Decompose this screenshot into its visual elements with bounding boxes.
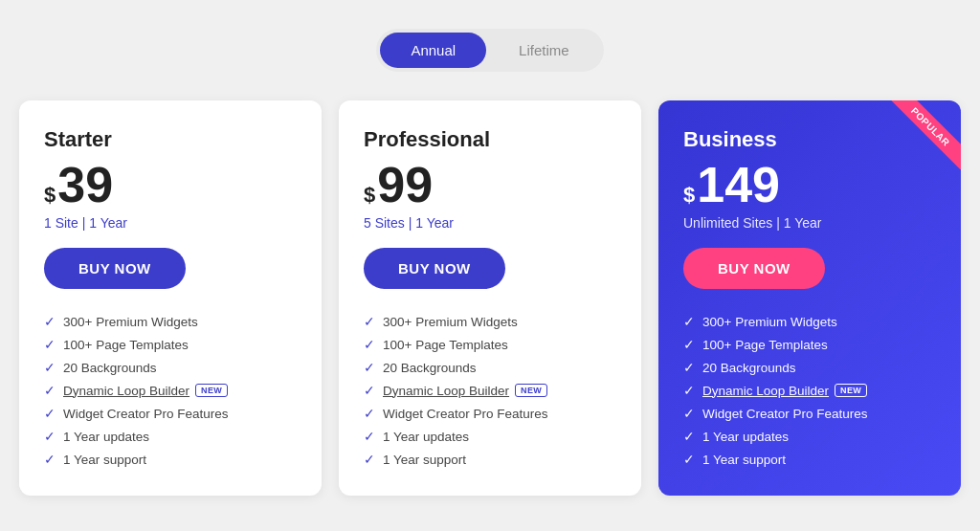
feature-item: ✓ Dynamic Loop Builder NEW (44, 379, 297, 402)
check-icon: ✓ (364, 337, 375, 352)
feature-text: 20 Backgrounds (383, 361, 477, 375)
feature-item: ✓300+ Premium Widgets (683, 310, 936, 333)
new-badge: NEW (195, 384, 228, 397)
feature-text: 100+ Page Templates (383, 338, 508, 352)
feature-text: 20 Backgrounds (63, 361, 157, 375)
price-amount-business: 149 (697, 160, 780, 210)
feature-text: 300+ Premium Widgets (383, 315, 518, 329)
feature-list-business: ✓300+ Premium Widgets ✓100+ Page Templat… (683, 310, 936, 471)
buy-button-professional[interactable]: BUY NOW (364, 248, 505, 289)
feature-link[interactable]: Dynamic Loop Builder (63, 384, 189, 398)
check-icon: ✓ (364, 360, 375, 375)
check-icon: ✓ (44, 429, 56, 444)
feature-text: Widget Creator Pro Features (63, 407, 229, 421)
check-icon: ✓ (44, 337, 56, 352)
feature-item: ✓1 Year updates (364, 425, 616, 448)
pricing-cards: Starter $ 39 1 Site | 1 YearBUY NOW ✓300… (19, 100, 961, 496)
feature-item: ✓1 Year support (44, 448, 297, 471)
feature-list-starter: ✓300+ Premium Widgets ✓100+ Page Templat… (44, 310, 297, 471)
price-amount-professional: 99 (377, 160, 433, 210)
feature-with-badge: Dynamic Loop Builder NEW (702, 384, 867, 398)
feature-item: ✓20 Backgrounds (364, 356, 616, 379)
feature-item: ✓Widget Creator Pro Features (683, 402, 936, 425)
check-icon: ✓ (44, 360, 56, 375)
feature-text: 1 Year updates (702, 430, 789, 444)
price-symbol-starter: $ (44, 183, 56, 208)
check-icon: ✓ (364, 429, 375, 444)
price-amount-starter: 39 (57, 160, 113, 210)
plan-card-starter: Starter $ 39 1 Site | 1 YearBUY NOW ✓300… (19, 100, 322, 496)
price-symbol-professional: $ (364, 183, 375, 208)
feature-text: 100+ Page Templates (702, 338, 828, 352)
check-icon: ✓ (683, 406, 695, 421)
plan-name-starter: Starter (44, 127, 297, 152)
plan-name-business: Business (683, 127, 936, 152)
feature-text: 1 Year updates (63, 430, 149, 444)
feature-item: ✓1 Year support (364, 448, 616, 471)
price-row-starter: $ 39 (44, 160, 297, 210)
feature-link[interactable]: Dynamic Loop Builder (702, 384, 829, 398)
feature-text: 1 Year updates (383, 430, 469, 444)
feature-item: ✓100+ Page Templates (683, 333, 936, 356)
feature-item: ✓Widget Creator Pro Features (364, 402, 616, 425)
feature-text: 100+ Page Templates (63, 338, 189, 352)
feature-item: ✓1 Year updates (683, 425, 936, 448)
buy-button-business[interactable]: BUY NOW (683, 248, 825, 289)
site-year-business: Unlimited Sites | 1 Year (683, 215, 936, 231)
feature-with-badge: Dynamic Loop Builder NEW (63, 384, 228, 398)
price-symbol-business: $ (683, 183, 695, 208)
new-badge: NEW (835, 384, 867, 397)
check-icon: ✓ (364, 406, 375, 421)
feature-item: ✓1 Year updates (44, 425, 297, 448)
lifetime-toggle-btn[interactable]: Lifetime (488, 33, 600, 68)
feature-item: ✓300+ Premium Widgets (44, 310, 297, 333)
plan-card-business: POPULARBusiness $ 149 Unlimited Sites | … (658, 100, 961, 496)
feature-with-badge: Dynamic Loop Builder NEW (383, 384, 547, 398)
site-year-professional: 5 Sites | 1 Year (364, 215, 616, 231)
feature-text: Widget Creator Pro Features (702, 407, 868, 421)
check-icon: ✓ (683, 337, 695, 352)
buy-button-starter[interactable]: BUY NOW (44, 248, 186, 289)
check-icon: ✓ (683, 360, 695, 375)
feature-text: 300+ Premium Widgets (63, 315, 198, 329)
billing-toggle: Annual Lifetime (376, 29, 603, 72)
annual-toggle-btn[interactable]: Annual (380, 33, 486, 68)
price-row-business: $ 149 (683, 160, 936, 210)
plan-card-professional: Professional $ 99 5 Sites | 1 YearBUY NO… (339, 100, 641, 496)
new-badge: NEW (515, 384, 547, 397)
feature-item: ✓ Dynamic Loop Builder NEW (683, 379, 936, 402)
check-icon: ✓ (44, 383, 56, 398)
feature-item: ✓1 Year support (683, 448, 936, 471)
feature-text: 300+ Premium Widgets (702, 315, 837, 329)
check-icon: ✓ (683, 314, 695, 329)
feature-text: Widget Creator Pro Features (383, 407, 548, 421)
check-icon: ✓ (364, 314, 375, 329)
feature-item: ✓20 Backgrounds (683, 356, 936, 379)
check-icon: ✓ (44, 406, 56, 421)
check-icon: ✓ (364, 452, 375, 467)
feature-text: 1 Year support (702, 453, 786, 467)
price-row-professional: $ 99 (364, 160, 616, 210)
feature-item: ✓ Dynamic Loop Builder NEW (364, 379, 616, 402)
site-year-starter: 1 Site | 1 Year (44, 215, 297, 231)
plan-name-professional: Professional (364, 127, 616, 152)
check-icon: ✓ (683, 452, 695, 467)
feature-item: ✓300+ Premium Widgets (364, 310, 616, 333)
check-icon: ✓ (44, 314, 56, 329)
check-icon: ✓ (683, 383, 695, 398)
feature-link[interactable]: Dynamic Loop Builder (383, 384, 509, 398)
check-icon: ✓ (364, 383, 375, 398)
feature-text: 1 Year support (63, 453, 146, 467)
check-icon: ✓ (44, 452, 56, 467)
feature-item: ✓100+ Page Templates (364, 333, 616, 356)
feature-list-professional: ✓300+ Premium Widgets ✓100+ Page Templat… (364, 310, 616, 471)
feature-text: 1 Year support (383, 453, 466, 467)
check-icon: ✓ (683, 429, 695, 444)
feature-item: ✓20 Backgrounds (44, 356, 297, 379)
feature-item: ✓100+ Page Templates (44, 333, 297, 356)
feature-text: 20 Backgrounds (702, 361, 796, 375)
feature-item: ✓Widget Creator Pro Features (44, 402, 297, 425)
